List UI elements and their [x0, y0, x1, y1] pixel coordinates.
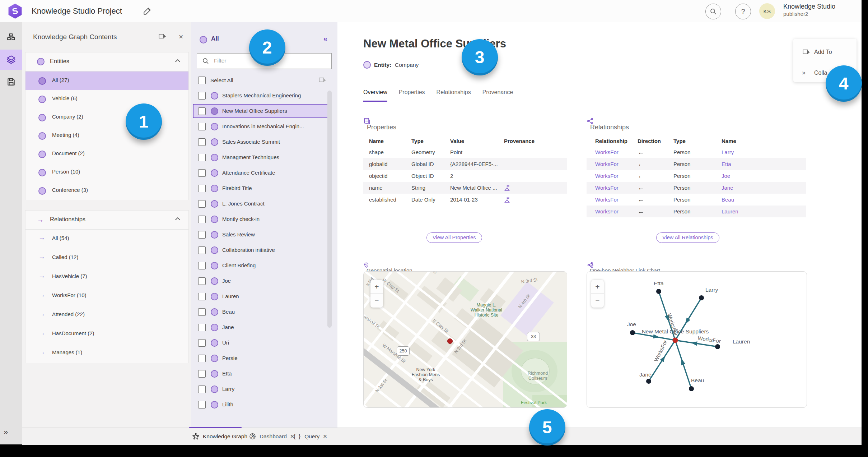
- item-checkbox[interactable]: [198, 154, 206, 161]
- item-checkbox[interactable]: [198, 401, 206, 408]
- close-tab-icon[interactable]: ✕: [323, 433, 327, 440]
- entity-type-row[interactable]: All (27): [25, 71, 188, 90]
- entity-type-row[interactable]: Vehicle (6): [25, 90, 188, 108]
- entity-type-row[interactable]: Meeting (4): [25, 126, 188, 145]
- list-item[interactable]: Lilith: [191, 397, 337, 412]
- item-checkbox[interactable]: [198, 324, 206, 331]
- name-link[interactable]: Beau: [722, 197, 806, 203]
- list-item[interactable]: Sales Associate Summit: [191, 135, 337, 149]
- chevron-up-icon[interactable]: [175, 217, 181, 221]
- list-item[interactable]: Attendance Certificate: [191, 166, 337, 180]
- table-row[interactable]: name String New Metal Office ...: [363, 182, 567, 194]
- view-all-relationships-button[interactable]: View All Relationships: [656, 232, 719, 243]
- relationship-link[interactable]: WorksFor: [595, 161, 638, 167]
- table-row[interactable]: WorksFor ← Person Jane: [587, 182, 806, 194]
- table-row[interactable]: WorksFor ← Person Joe: [587, 170, 806, 182]
- help-button[interactable]: ?: [735, 4, 751, 19]
- link-chart[interactable]: New Metal Office SuppliersEttaLarryJoeLa…: [587, 272, 807, 407]
- list-item[interactable]: Collaboration initiative: [191, 243, 337, 257]
- item-checkbox[interactable]: [198, 138, 206, 146]
- map[interactable]: k RdW Clay StSalarshall StE Clay StW Mar…: [364, 272, 567, 407]
- zoom-out-button[interactable]: −: [370, 294, 383, 308]
- bottom-tab-query[interactable]: { } Query ✕: [294, 428, 327, 445]
- bottom-tab-knowledge-graph[interactable]: Knowledge Graph ✕: [192, 428, 255, 445]
- table-row[interactable]: WorksFor ← Person Lauren: [587, 206, 806, 217]
- list-item[interactable]: Uri: [191, 336, 337, 350]
- name-link[interactable]: Etta: [722, 161, 806, 167]
- relationship-type-row[interactable]: → WorksFor (10): [25, 287, 188, 306]
- add-to-menu-item[interactable]: Add To: [793, 47, 857, 58]
- tab-overview[interactable]: Overview: [363, 89, 387, 102]
- item-checkbox[interactable]: [198, 169, 206, 177]
- item-checkbox[interactable]: [198, 200, 206, 208]
- provenance-flag-icon[interactable]: [504, 184, 567, 191]
- list-item[interactable]: Larry: [191, 382, 337, 396]
- item-checkbox[interactable]: [198, 231, 206, 239]
- entities-section-header[interactable]: Entities: [25, 52, 188, 71]
- list-item[interactable]: Sales Review: [191, 227, 337, 242]
- list-item[interactable]: Firebird Title: [191, 181, 337, 195]
- zoom-in-button[interactable]: +: [591, 280, 604, 294]
- entity-type-row[interactable]: Company (2): [25, 108, 188, 126]
- name-link[interactable]: Joe: [722, 173, 806, 179]
- layers-icon[interactable]: [0, 50, 22, 70]
- node[interactable]: [656, 289, 661, 294]
- item-checkbox[interactable]: [198, 308, 206, 316]
- zoom-out-button[interactable]: −: [591, 294, 604, 308]
- item-checkbox[interactable]: [198, 262, 206, 269]
- list-item[interactable]: New Metal Office Suppliers: [193, 104, 329, 118]
- view-all-properties-button[interactable]: View All Properties: [426, 232, 482, 243]
- list-item[interactable]: Persie: [191, 351, 337, 365]
- chevron-up-icon[interactable]: [175, 59, 181, 63]
- list-item[interactable]: L. Jones Contract: [191, 197, 337, 211]
- save-icon[interactable]: [0, 72, 22, 92]
- add-to-new-view-icon[interactable]: [158, 32, 167, 40]
- entity-type-row[interactable]: Document (2): [25, 145, 188, 163]
- name-link[interactable]: Jane: [722, 185, 806, 191]
- search-button[interactable]: [705, 4, 721, 19]
- node[interactable]: [715, 344, 720, 349]
- table-row[interactable]: WorksFor ← Person Larry: [587, 146, 806, 158]
- close-panel-icon[interactable]: ×: [179, 32, 183, 41]
- list-item[interactable]: Managment Techniques: [191, 150, 337, 165]
- select-all-checkbox[interactable]: [198, 77, 206, 84]
- provenance-flag-icon[interactable]: [504, 196, 567, 203]
- tab-provenance[interactable]: Provenance: [482, 89, 513, 102]
- tab-properties[interactable]: Properties: [399, 89, 425, 102]
- list-item[interactable]: Beau: [191, 305, 337, 319]
- list-item[interactable]: Staplers Mechanical Engineering: [191, 88, 337, 103]
- item-checkbox[interactable]: [198, 293, 206, 300]
- table-row[interactable]: shape Geometry Point: [363, 146, 567, 158]
- relationship-type-row[interactable]: → Called (12): [25, 249, 188, 268]
- center-node[interactable]: [673, 338, 678, 343]
- item-checkbox[interactable]: [198, 246, 206, 254]
- list-item[interactable]: Joe: [191, 274, 337, 288]
- tab-relationships[interactable]: Relationships: [437, 89, 471, 102]
- name-link[interactable]: Lauren: [722, 208, 806, 214]
- item-checkbox[interactable]: [198, 107, 206, 115]
- node[interactable]: [646, 379, 651, 384]
- item-checkbox[interactable]: [198, 370, 206, 378]
- item-checkbox[interactable]: [198, 123, 206, 130]
- list-item[interactable]: Lauren: [191, 289, 337, 304]
- edit-title-icon[interactable]: [143, 6, 152, 15]
- list-item[interactable]: Jane: [191, 320, 337, 334]
- relationship-link[interactable]: WorksFor: [595, 173, 638, 179]
- list-item[interactable]: Innovations in Mechanical Engin...: [191, 119, 337, 134]
- collapse-panel-icon[interactable]: «: [323, 34, 327, 43]
- relationship-type-row[interactable]: → Attended (22): [25, 306, 188, 325]
- relationship-link[interactable]: WorksFor: [595, 149, 638, 155]
- item-checkbox[interactable]: [198, 185, 206, 192]
- item-checkbox[interactable]: [198, 92, 206, 100]
- avatar[interactable]: KS: [759, 3, 775, 19]
- entity-type-row[interactable]: Person (10): [25, 163, 188, 181]
- relationship-link[interactable]: WorksFor: [595, 208, 638, 214]
- relationship-type-row[interactable]: → HasVehicle (7): [25, 268, 188, 287]
- item-checkbox[interactable]: [198, 277, 206, 285]
- table-row[interactable]: established Date Only 2014-01-23: [363, 194, 567, 206]
- list-item[interactable]: Montly check-in: [191, 212, 337, 226]
- node[interactable]: [630, 330, 635, 335]
- item-checkbox[interactable]: [198, 339, 206, 347]
- data-model-icon[interactable]: [0, 27, 22, 47]
- user-info[interactable]: Knowledge Studio publisher2: [783, 3, 835, 17]
